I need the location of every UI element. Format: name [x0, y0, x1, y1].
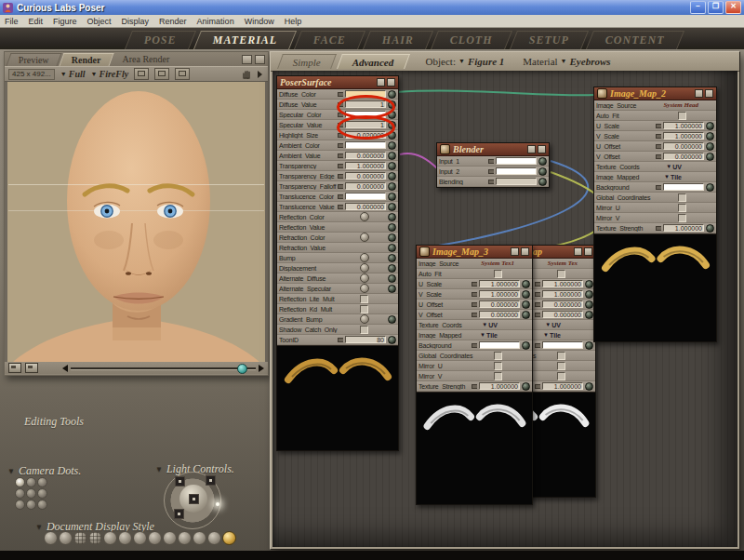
output-plug[interactable] [585, 311, 593, 319]
color-swatch[interactable] [345, 90, 386, 98]
checkbox[interactable] [557, 362, 565, 370]
value-field[interactable]: 0.000000 [479, 300, 520, 308]
value-field[interactable]: 0.000000 [345, 203, 386, 210]
output-plug[interactable] [522, 300, 530, 309]
checkbox[interactable] [557, 270, 565, 278]
value-field[interactable]: 1.000000 [663, 122, 704, 129]
maximize-button[interactable]: ❐ [708, 1, 724, 14]
tab-advanced[interactable]: Advanced [337, 54, 409, 69]
room-tab-cloth[interactable]: CLOTH [431, 31, 512, 49]
output-plug[interactable] [388, 315, 396, 324]
display-style-texture-shaded[interactable] [222, 531, 236, 545]
display-style-outline[interactable] [59, 531, 73, 545]
color-swatch[interactable] [345, 141, 386, 149]
checkbox[interactable] [494, 362, 502, 370]
output-plug[interactable] [585, 382, 593, 391]
camera-dot-3[interactable] [37, 477, 47, 487]
output-plug[interactable] [388, 152, 396, 160]
slider-track[interactable] [71, 367, 256, 369]
checkbox[interactable] [494, 352, 502, 360]
dropdown[interactable]: ▼UV [482, 322, 498, 328]
node-header[interactable]: Image_Map_2 [594, 87, 716, 100]
checkbox[interactable] [678, 214, 686, 222]
value-field[interactable]: 0.000000 [345, 182, 386, 190]
output-plug[interactable] [538, 157, 547, 166]
output-plug[interactable] [388, 254, 396, 262]
room-tab-setup[interactable]: SETUP [510, 31, 589, 49]
camera-dot-7[interactable] [15, 500, 25, 510]
room-tab-content[interactable]: CONTENT [586, 31, 684, 49]
dropdown[interactable]: ▼UV [545, 322, 561, 328]
object-selector[interactable]: Object: ▼ Figure 1 [426, 56, 505, 67]
light-indicator-3[interactable] [174, 509, 184, 519]
slider-right-arrow-icon[interactable] [259, 365, 264, 372]
menu-item-render[interactable]: Render [159, 17, 187, 26]
display-style-cartoon-lined[interactable] [148, 531, 162, 545]
output-plug[interactable] [388, 141, 396, 150]
panel-dock-icon[interactable] [242, 55, 252, 64]
color-swatch[interactable] [496, 157, 537, 165]
value-field[interactable]: 0.000000 [345, 152, 386, 159]
dropdown[interactable]: ▼Tile [480, 332, 498, 339]
output-plug[interactable] [706, 142, 714, 151]
value-field[interactable]: 1.000000 [479, 382, 520, 390]
output-plug[interactable] [706, 132, 714, 140]
camera-dot-8[interactable] [26, 500, 36, 510]
node-options-icon[interactable] [538, 145, 546, 153]
multi-pane-icon[interactable] [154, 68, 169, 80]
input-socket[interactable] [360, 284, 369, 293]
checkbox[interactable] [678, 193, 686, 202]
display-style-hidden-line[interactable] [88, 531, 102, 545]
tab-preview[interactable]: Preview [6, 53, 61, 66]
node-minimize-icon[interactable] [377, 78, 385, 87]
node-options-icon[interactable] [521, 247, 529, 256]
camera-dot-6[interactable] [37, 488, 47, 499]
value-field[interactable]: 0.000000 [663, 153, 704, 160]
node-options-icon[interactable] [705, 89, 713, 98]
slider-handle[interactable] [237, 364, 247, 374]
display-style-flat-shaded[interactable] [103, 531, 117, 545]
checkbox[interactable] [360, 305, 368, 313]
node-options-icon[interactable] [387, 78, 395, 87]
menu-item-window[interactable]: Window [245, 17, 274, 26]
tab-area-render[interactable]: Area Render [122, 54, 169, 64]
monitor-icon-1[interactable] [8, 363, 21, 373]
node-minimize-icon[interactable] [527, 145, 536, 153]
tab-simple[interactable]: Simple [277, 54, 337, 69]
value-field[interactable]: 0.020000 [345, 131, 386, 139]
display-style-silhouette[interactable] [44, 531, 58, 545]
color-swatch[interactable] [345, 111, 386, 118]
checkbox[interactable] [557, 352, 565, 360]
checkbox[interactable] [360, 295, 368, 303]
value-field[interactable]: 0.000000 [479, 311, 520, 318]
value-field[interactable]: 1.000000 [663, 132, 704, 140]
output-plug[interactable] [706, 153, 714, 161]
input-socket[interactable] [360, 233, 369, 242]
value-field[interactable]: 0.000000 [542, 300, 583, 308]
node-image_map_2[interactable]: Image_Map_2Image_SourceSystem HeadAuto_F… [593, 87, 717, 342]
camera-dot-1[interactable] [15, 477, 25, 487]
output-plug[interactable] [388, 223, 396, 232]
value-field[interactable] [496, 178, 537, 185]
shader-node-canvas[interactable]: PoserSurfaceDiffuse_ColorDiffuse_Value1S… [272, 71, 737, 547]
node-header[interactable]: PoserSurface [277, 76, 398, 89]
input-socket[interactable] [360, 253, 369, 262]
dropdown[interactable]: ▼Tile [664, 174, 682, 180]
input-socket[interactable] [360, 273, 369, 283]
node-minimize-icon[interactable] [511, 247, 519, 256]
room-tab-face[interactable]: FACE [294, 31, 365, 49]
color-swatch[interactable] [542, 341, 583, 349]
display-style-smooth-lined[interactable] [178, 531, 192, 545]
menu-item-edit[interactable]: Edit [29, 17, 44, 26]
monitor-icon-2[interactable] [25, 363, 38, 373]
slider-left-arrow-icon[interactable] [62, 365, 68, 372]
checkbox[interactable] [360, 326, 368, 334]
color-swatch[interactable] [479, 341, 520, 349]
output-plug[interactable] [706, 183, 714, 192]
output-plug[interactable] [388, 244, 396, 252]
output-plug[interactable] [388, 100, 396, 109]
output-plug[interactable] [538, 178, 547, 186]
output-plug[interactable] [585, 341, 593, 350]
output-plug[interactable] [388, 213, 396, 221]
checkbox[interactable] [494, 270, 502, 278]
